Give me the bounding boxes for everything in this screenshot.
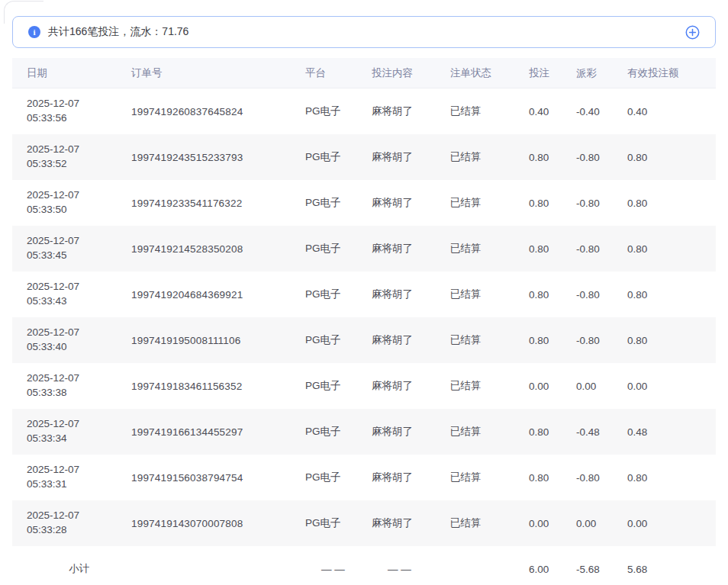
table-row: 2025-12-07 05:33:31 1997419156038794754 …	[12, 455, 716, 500]
date-value: 2025-12-07	[27, 143, 131, 157]
cell-order-no: 1997419156038794754	[131, 472, 305, 484]
cell-status: 已结算	[450, 196, 529, 210]
date-value: 2025-12-07	[27, 280, 131, 294]
cell-date: 2025-12-07 05:33:56	[27, 97, 131, 125]
cell-platform: PG电子	[305, 333, 372, 347]
cell-date: 2025-12-07 05:33:45	[27, 234, 131, 262]
table-row: 2025-12-07 05:33:43 1997419204684369921 …	[12, 272, 716, 317]
bets-table: 日期 订单号 平台 投注内容 注单状态 投注 派彩 有效投注额 2025-12-…	[12, 58, 716, 585]
cell-date: 2025-12-07 05:33:50	[27, 188, 131, 217]
cell-platform: PG电子	[305, 471, 372, 484]
cell-bet: 0.80	[529, 472, 576, 484]
col-header-date: 日期	[27, 66, 131, 80]
plus-circle-icon	[685, 25, 700, 40]
cell-date: 2025-12-07 05:33:43	[27, 280, 131, 308]
summary-alert: i 共计166笔投注，流水：71.76	[12, 16, 716, 48]
cell-bet: 0.80	[529, 335, 576, 346]
cell-date: 2025-12-07 05:33:38	[27, 371, 131, 400]
cell-bet-content: 麻将胡了	[372, 516, 450, 530]
summary-text: 共计166笔投注，流水：71.76	[48, 25, 188, 39]
table-row: 2025-12-07 05:33:34 1997419166134455297 …	[12, 409, 716, 455]
cell-valid-bet: 0.00	[627, 518, 716, 529]
col-header-bet-content: 投注内容	[372, 66, 450, 80]
cell-status: 已结算	[450, 150, 529, 164]
table-row: 2025-12-07 05:33:38 1997419183461156352 …	[12, 363, 716, 409]
cell-date: 2025-12-07 05:33:52	[27, 143, 131, 171]
cell-status: 已结算	[450, 425, 529, 439]
col-header-order-no: 订单号	[131, 66, 305, 80]
cell-payout: -0.80	[576, 472, 627, 484]
cell-status: 已结算	[450, 379, 529, 393]
date-value: 2025-12-07	[27, 463, 131, 477]
cell-bet: 0.80	[529, 152, 576, 163]
cell-payout: -0.40	[576, 106, 627, 117]
cell-bet-content: 麻将胡了	[372, 379, 450, 393]
table-row: 2025-12-07 05:33:52 1997419243515233793 …	[12, 134, 716, 180]
cell-bet-content: 麻将胡了	[372, 196, 450, 210]
cell-bet-content: 麻将胡了	[372, 150, 450, 164]
cell-bet-content: 麻将胡了	[372, 425, 450, 439]
cell-bet: 0.00	[529, 518, 576, 529]
subtotal-platform: — —	[305, 564, 372, 575]
cell-date: 2025-12-07 05:33:34	[27, 417, 131, 445]
cell-date: 2025-12-07 05:33:40	[27, 326, 131, 354]
cell-order-no: 1997419166134455297	[131, 426, 305, 438]
cell-order-no: 1997419195008111106	[131, 335, 305, 346]
cell-payout: -0.80	[576, 198, 627, 209]
expand-button[interactable]	[685, 24, 700, 40]
subtotal-bet-content: — —	[372, 564, 450, 575]
time-value: 05:33:45	[27, 249, 131, 263]
cell-bet: 0.40	[529, 106, 576, 117]
cell-valid-bet: 0.80	[627, 243, 716, 255]
cell-platform: PG电子	[305, 516, 372, 530]
time-value: 05:33:56	[27, 111, 131, 126]
subtotal-payout: -5.68	[576, 564, 627, 575]
cell-valid-bet: 0.80	[627, 152, 716, 163]
cell-payout: -0.80	[576, 152, 627, 163]
cell-bet-content: 麻将胡了	[372, 471, 450, 484]
cell-platform: PG电子	[305, 288, 372, 301]
cell-status: 已结算	[450, 333, 529, 347]
date-value: 2025-12-07	[27, 417, 131, 432]
date-value: 2025-12-07	[27, 234, 131, 249]
date-value: 2025-12-07	[27, 371, 131, 386]
cell-payout: 0.00	[576, 518, 627, 529]
cell-order-no: 1997419183461156352	[131, 381, 305, 392]
table-row: 2025-12-07 05:33:45 1997419214528350208 …	[12, 226, 716, 272]
cell-valid-bet: 0.80	[627, 198, 716, 209]
col-header-bet: 投注	[529, 66, 576, 80]
cell-bet: 0.00	[529, 381, 576, 392]
cell-status: 已结算	[450, 516, 529, 530]
time-value: 05:33:34	[27, 432, 131, 446]
cell-platform: PG电子	[305, 104, 372, 118]
info-icon: i	[28, 26, 40, 38]
cell-bet: 0.80	[529, 198, 576, 209]
date-value: 2025-12-07	[27, 188, 131, 203]
cell-order-no: 1997419204684369921	[131, 289, 305, 301]
cell-order-no: 1997419233541176322	[131, 198, 305, 209]
cell-valid-bet: 0.80	[627, 472, 716, 484]
cell-status: 已结算	[450, 104, 529, 118]
table-row: 2025-12-07 05:33:40 1997419195008111106 …	[12, 317, 716, 363]
cell-bet: 0.80	[529, 289, 576, 301]
cell-payout: -0.48	[576, 426, 627, 438]
table-body: 2025-12-07 05:33:56 1997419260837645824 …	[12, 88, 716, 546]
cell-order-no: 1997419243515233793	[131, 152, 305, 163]
cell-platform: PG电子	[305, 150, 372, 164]
table-row: 2025-12-07 05:33:50 1997419233541176322 …	[12, 180, 716, 226]
cell-payout: -0.80	[576, 289, 627, 301]
time-value: 05:33:38	[27, 386, 131, 400]
col-header-status: 注单状态	[450, 66, 529, 80]
subtotal-bet: 6.00	[529, 564, 576, 575]
cell-order-no: 1997419214528350208	[131, 243, 305, 255]
cell-valid-bet: 0.48	[627, 426, 716, 438]
table-row: 2025-12-07 05:33:28 1997419143070007808 …	[12, 500, 716, 546]
cell-status: 已结算	[450, 288, 529, 301]
time-value: 05:33:50	[27, 203, 131, 217]
subtotal-valid-bet: 5.68	[627, 564, 716, 575]
cell-bet-content: 麻将胡了	[372, 104, 450, 118]
cell-bet: 0.80	[529, 243, 576, 255]
date-value: 2025-12-07	[27, 97, 131, 111]
cell-date: 2025-12-07 05:33:31	[27, 463, 131, 491]
cell-valid-bet: 0.40	[627, 106, 716, 117]
